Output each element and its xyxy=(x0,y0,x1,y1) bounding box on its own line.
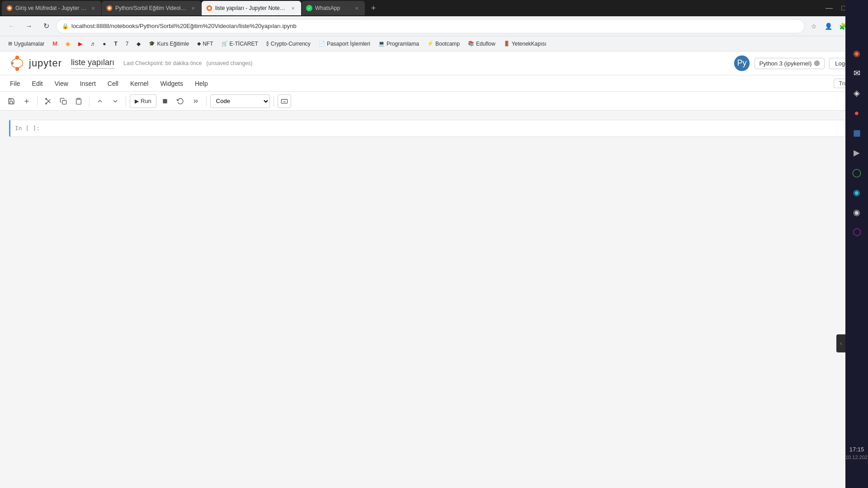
sidebar-ext-1[interactable]: ◉ xyxy=(849,45,865,61)
paste-button[interactable] xyxy=(72,94,85,108)
address-text: localhost:8888/notebooks/Python/Sorbil%2… xyxy=(71,23,799,29)
tab-close-2[interactable]: ✕ xyxy=(189,5,197,12)
bookmark-youtube[interactable]: ▶ xyxy=(75,39,86,49)
sidebar-ext-9[interactable]: ◉ xyxy=(849,204,865,221)
sidebar-ext-10[interactable]: ⬡ xyxy=(849,224,865,240)
tab-favicon-3 xyxy=(206,5,212,11)
restart-button[interactable] xyxy=(174,94,187,108)
reload-button[interactable]: ↻ xyxy=(39,19,53,33)
tab-favicon-2 xyxy=(106,5,113,11)
lock-icon: 🔒 xyxy=(62,23,69,29)
tab-title-4: WhatsApp xyxy=(315,5,350,11)
eticaret-icon: 🛒 xyxy=(222,41,228,47)
tab-title-2: Python/Sorbil Eğitim Videoları/ xyxy=(115,5,187,11)
run-button[interactable]: ▶ Run xyxy=(130,94,156,108)
programlama-icon: 💻 xyxy=(378,41,385,47)
tab-close-1[interactable]: ✕ xyxy=(90,5,97,12)
sidebar-toggle[interactable]: ‹ xyxy=(836,334,845,352)
bookmark-label-crypto: Crypto-Currency xyxy=(271,41,311,47)
sidebar-ext-8[interactable]: ◉ xyxy=(849,184,865,201)
menu-help[interactable]: Help xyxy=(189,78,213,89)
tab-favicon-1 xyxy=(6,5,13,11)
bookmark-6[interactable]: T xyxy=(110,39,121,49)
tab-liste[interactable]: liste yapıları - Jupyter Notebook ✕ xyxy=(202,1,301,15)
profile-icon[interactable]: 👤 xyxy=(822,20,835,33)
sidebar-ext-3[interactable]: ◈ xyxy=(849,85,865,101)
jupyter-container: jupyter liste yapıları Last Checkpoint: … xyxy=(0,52,868,488)
svg-point-3 xyxy=(108,7,111,9)
menu-cell[interactable]: Cell xyxy=(102,78,124,89)
menu-edit[interactable]: Edit xyxy=(27,78,48,89)
run-icon: ▶ xyxy=(135,98,139,104)
bookmark-8[interactable]: ◆ xyxy=(133,39,144,49)
toolbar-separator-3 xyxy=(126,96,126,107)
jupyter-logo: jupyter xyxy=(9,55,66,71)
forward-button[interactable]: → xyxy=(22,19,36,33)
sidebar-ext-5[interactable]: ▦ xyxy=(849,125,865,141)
eduflow-icon: 📚 xyxy=(468,41,474,47)
cell-type-selector[interactable]: Code Markdown Raw NBConvert Heading xyxy=(210,94,270,108)
bookmark-eduflow[interactable]: 📚 Eduflow xyxy=(464,39,499,49)
toolbar-separator-4 xyxy=(206,96,207,107)
restart-run-button[interactable] xyxy=(189,94,203,108)
sidebar-ext-4[interactable]: ● xyxy=(849,105,865,121)
address-bar[interactable]: 🔒 localhost:8888/notebooks/Python/Sorbil… xyxy=(56,19,805,33)
menu-kernel[interactable]: Kernel xyxy=(125,78,154,89)
code-cell: In [ ]: xyxy=(9,120,859,137)
add-cell-button[interactable] xyxy=(20,94,33,108)
bookmark-bootcamp[interactable]: ⚡ Bootcamp xyxy=(424,39,463,49)
tab-python[interactable]: Python/Sorbil Eğitim Videoları/ ✕ xyxy=(102,1,201,15)
bookmark-crypto[interactable]: ₿ Crypto-Currency xyxy=(263,39,314,49)
new-tab-button[interactable]: + xyxy=(367,2,380,14)
bookmark-star-icon[interactable]: ☆ xyxy=(807,20,820,33)
browser-sidebar: ◉ ✉ ◈ ● ▦ ▶ ◯ ◉ ◉ ⬡ ‹ 17:15 10.12.2022 xyxy=(845,0,868,488)
bookmark-5[interactable]: ● xyxy=(99,39,109,49)
save-button[interactable] xyxy=(5,94,18,108)
bookmark-pasaport[interactable]: 📄 Pasaport İşlemleri xyxy=(315,39,374,49)
bookmark-yetenek[interactable]: 🚪 YetenekKapısı xyxy=(500,39,550,49)
menu-widgets[interactable]: Widgets xyxy=(155,78,189,89)
tab-whatsapp[interactable]: ✓ WhatsApp ✕ xyxy=(302,1,365,15)
svg-rect-21 xyxy=(281,99,287,103)
bookmark-uygulamalar[interactable]: ⊞ Uygulamalar xyxy=(5,39,48,49)
bookmark-music[interactable]: ♬ xyxy=(87,39,98,49)
bookmark-3[interactable]: ◉ xyxy=(62,39,74,49)
menu-file[interactable]: File xyxy=(5,78,26,89)
tab-close-4[interactable]: ✕ xyxy=(353,5,360,12)
bookmark-kurs[interactable]: 🎓 Kurs Eğitimle xyxy=(145,39,193,49)
back-button[interactable]: ← xyxy=(5,19,19,33)
cut-button[interactable] xyxy=(41,94,55,108)
notebook-name[interactable]: liste yapıları xyxy=(71,58,114,69)
jupyter-toolbar: ▶ Run Code Markdown xyxy=(0,92,868,111)
keyboard-shortcuts-button[interactable] xyxy=(278,94,291,108)
uygulamalar-icon: ⊞ xyxy=(8,41,12,47)
tab-title-1: Giriş ve Müfredat - Jupyter Note... xyxy=(15,5,87,11)
cell-input[interactable] xyxy=(51,120,859,136)
sidebar-ext-2[interactable]: ✉ xyxy=(849,65,865,81)
sidebar-ext-6[interactable]: ▶ xyxy=(849,145,865,161)
bookmark-programlama[interactable]: 💻 Programlama xyxy=(375,39,423,49)
tab-giriş[interactable]: Giriş ve Müfredat - Jupyter Note... ✕ xyxy=(2,1,101,15)
copy-button[interactable] xyxy=(57,94,70,108)
stop-button[interactable] xyxy=(158,94,172,108)
menu-view[interactable]: View xyxy=(49,78,74,89)
bookmark-gmail[interactable]: M xyxy=(49,38,61,49)
menu-insert[interactable]: Insert xyxy=(75,78,101,89)
sidebar-ext-7[interactable]: ◯ xyxy=(849,164,865,181)
bm5-icon: ● xyxy=(103,41,106,47)
bookmark-nft[interactable]: ◆ NFT xyxy=(193,39,217,49)
sidebar-time-area: 17:15 10.12.2022 xyxy=(845,446,868,461)
notebook-area: In [ ]: xyxy=(0,111,868,150)
bm8-icon: ◆ xyxy=(137,41,141,47)
move-down-button[interactable] xyxy=(108,94,122,108)
music-icon: ♬ xyxy=(90,41,94,47)
bookmark-7[interactable]: 7 xyxy=(122,39,132,49)
move-up-button[interactable] xyxy=(93,94,107,108)
tab-close-3[interactable]: ✕ xyxy=(289,5,297,12)
bookmark-eticaret[interactable]: 🛒 E-TİCARET xyxy=(218,39,262,49)
toolbar-separator-2 xyxy=(89,96,90,107)
kernel-status-circle xyxy=(814,61,820,66)
pasaport-icon: 📄 xyxy=(319,41,325,47)
minimize-button[interactable]: — xyxy=(823,2,835,14)
tab-title-3: liste yapıları - Jupyter Notebook xyxy=(215,5,287,11)
